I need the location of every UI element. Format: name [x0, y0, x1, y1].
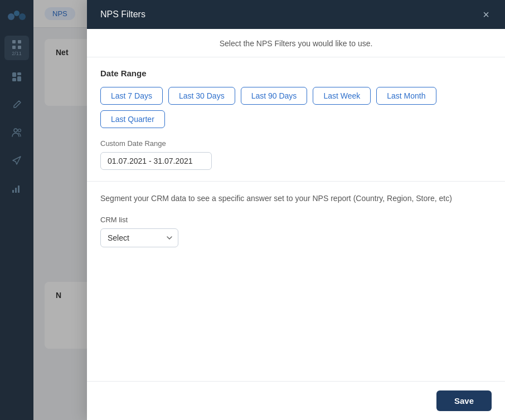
custom-date-input[interactable]: [100, 152, 212, 170]
btn-last-month[interactable]: Last Month: [376, 87, 436, 105]
modal-body: Date Range Last 7 Days Last 30 Days Last…: [87, 57, 505, 381]
nps-filters-modal: NPS Filters × Select the NPS Filters you…: [87, 0, 505, 420]
modal-header: NPS Filters ×: [87, 0, 505, 29]
crm-description: Segment your CRM data to see a specific …: [100, 193, 492, 204]
btn-last-quarter[interactable]: Last Quarter: [100, 110, 165, 128]
modal-subtitle: Select the NPS Filters you would like to…: [87, 29, 505, 57]
btn-last-30-days[interactable]: Last 30 Days: [168, 87, 235, 105]
date-buttons-group: Last 7 Days Last 30 Days Last 90 Days La…: [100, 87, 492, 128]
date-range-section: Date Range Last 7 Days Last 30 Days Last…: [87, 57, 505, 182]
crm-list-select[interactable]: Select: [100, 228, 178, 247]
btn-last-7-days[interactable]: Last 7 Days: [100, 87, 163, 105]
crm-section: Segment your CRM data to see a specific …: [87, 182, 505, 258]
modal-footer: Save: [87, 381, 505, 420]
modal-overlay: NPS Filters × Select the NPS Filters you…: [0, 0, 505, 420]
save-button[interactable]: Save: [436, 390, 492, 411]
custom-date-label: Custom Date Range: [100, 139, 492, 148]
date-range-title: Date Range: [100, 69, 492, 78]
crm-list-label: CRM list: [100, 216, 492, 224]
btn-last-90-days[interactable]: Last 90 Days: [241, 87, 308, 105]
btn-last-week[interactable]: Last Week: [313, 87, 371, 105]
modal-title: NPS Filters: [100, 9, 145, 19]
modal-close-button[interactable]: ×: [480, 7, 492, 22]
